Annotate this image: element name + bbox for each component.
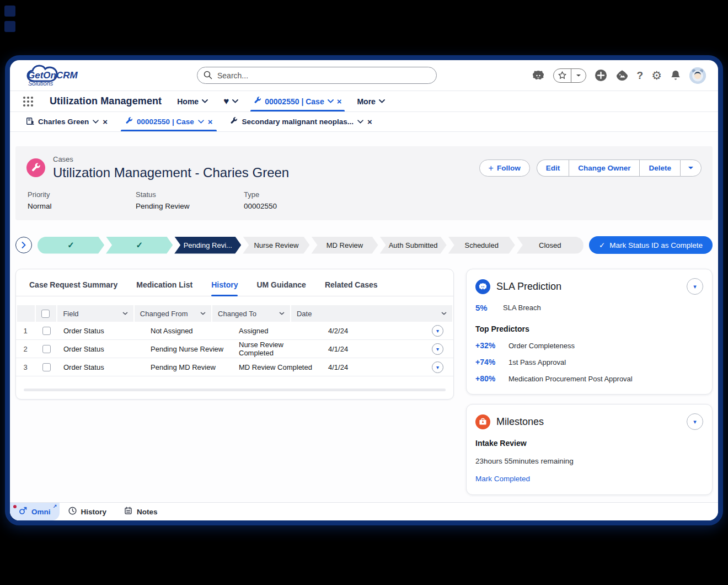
record-detail-card: Case Request Summary Medication List His…: [15, 269, 454, 400]
global-search: [197, 67, 437, 84]
tab-case-request-summary[interactable]: Case Request Summary: [29, 277, 117, 296]
einstein-assistant-icon[interactable]: [532, 68, 545, 83]
column-header-changed-from[interactable]: Changed From: [133, 305, 211, 322]
utility-omni[interactable]: Omni ↗: [10, 503, 60, 520]
mark-status-complete-button[interactable]: ✓ Mark Status ID as Complete: [589, 236, 713, 254]
path-stage-pending-review[interactable]: Pending Revi...: [174, 237, 241, 254]
favorite-star-icon[interactable]: [554, 69, 571, 82]
check-icon: ✓: [136, 240, 143, 250]
caret-down-icon: [688, 166, 694, 170]
path-stage-auth-submitted[interactable]: Auth Submitted: [380, 237, 447, 254]
favorites-dropdown-icon[interactable]: [571, 69, 586, 82]
setup-gear-icon[interactable]: ⚙: [651, 68, 662, 83]
path-stage-closed[interactable]: Closed: [517, 237, 584, 254]
logo-cloud-icon: GetOnCRM Solutions: [22, 62, 87, 89]
global-header: GetOnCRM Solutions: [10, 60, 718, 91]
record-actions: + Follow Edit Change Owner Delete: [479, 159, 702, 177]
getoncrm-logo: GetOnCRM Solutions: [22, 62, 135, 89]
close-subtab-icon[interactable]: ×: [367, 118, 372, 126]
utility-history[interactable]: History: [60, 503, 116, 520]
path-stage-md-review[interactable]: MD Review: [311, 237, 378, 254]
sla-score-label: SLA Breach: [503, 304, 541, 312]
column-header-field[interactable]: Field: [56, 305, 133, 322]
nav-tab-favorites[interactable]: ♥: [223, 91, 238, 111]
user-avatar[interactable]: [689, 67, 706, 84]
collapse-card-button[interactable]: ▾: [687, 413, 703, 430]
subtab-diagnosis[interactable]: Secondary malignant neoplas... ×: [221, 112, 381, 131]
change-owner-button[interactable]: Change Owner: [569, 159, 639, 177]
path-stages: ✓ ✓ Pending Revi... Nurse Review MD Revi…: [38, 237, 584, 254]
entity-label: Cases: [53, 155, 289, 163]
milestone-briefcase-icon: [475, 414, 490, 429]
mark-completed-link[interactable]: Mark Completed: [475, 475, 530, 483]
subtab-contact[interactable]: Charles Green ×: [18, 112, 116, 131]
subtab-case-active[interactable]: 00002550 | Case ×: [116, 112, 221, 131]
table-row: 3 Order Status Pending MD Review MD Revi…: [16, 358, 453, 376]
utility-bar: Omni ↗ History Notes: [10, 502, 718, 520]
horizontal-scrollbar[interactable]: [24, 389, 446, 391]
wrench-icon: [254, 97, 261, 106]
notifications-bell-icon[interactable]: [670, 68, 681, 83]
row-checkbox[interactable]: [35, 327, 58, 335]
milestone-time-remaining: 23hours 55minutes remaining: [475, 457, 703, 465]
tab-history[interactable]: History: [211, 277, 238, 296]
row-actions-dropdown[interactable]: ▾: [432, 343, 443, 355]
row-checkbox[interactable]: [35, 345, 58, 353]
utility-notes[interactable]: Notes: [115, 503, 167, 520]
row-actions-dropdown[interactable]: ▾: [432, 361, 443, 373]
record-action-group: Edit Change Owner Delete: [537, 159, 702, 177]
follow-button[interactable]: + Follow: [479, 159, 530, 177]
app-nav-bar: Utilization Management Home ♥ 00002550 |…: [10, 91, 718, 112]
select-all-checkbox[interactable]: [35, 305, 56, 322]
path-stage-nurse-review[interactable]: Nurse Review: [243, 237, 309, 254]
path-stage-scheduled[interactable]: Scheduled: [448, 237, 515, 254]
column-header-date[interactable]: Date: [290, 305, 452, 322]
app-title: Utilization Management: [50, 95, 162, 107]
search-input[interactable]: [197, 67, 437, 84]
predictor-row: +32% Order Completeness: [475, 341, 703, 350]
milestones-card: Milestones ▾ Intake Review 23hours 55min…: [466, 404, 713, 495]
trailhead-guidance-icon[interactable]: [615, 68, 629, 83]
logo-text: GetOnCRM: [28, 70, 78, 81]
tab-medication-list[interactable]: Medication List: [136, 277, 192, 296]
help-icon[interactable]: ?: [637, 68, 644, 83]
sla-score-value: 5%: [475, 303, 503, 312]
path-stage-complete-1[interactable]: ✓: [38, 237, 104, 254]
case-entity-icon: [26, 158, 45, 177]
top-predictors-heading: Top Predictors: [475, 325, 703, 333]
global-actions-add-icon[interactable]: [595, 68, 607, 83]
nav-tab-case-active[interactable]: 00002550 | Case ×: [254, 91, 341, 111]
sla-card-title: SLA Prediction: [496, 281, 561, 292]
column-header-changed-to[interactable]: Changed To: [211, 305, 290, 322]
popout-arrow-icon: ↗: [53, 503, 57, 509]
table-row: 1 Order Status Not Assigned Assigned 4/2…: [16, 322, 453, 340]
favorites-control: [553, 68, 586, 83]
field-status: Status Pending Review: [136, 190, 244, 210]
field-priority: Priority Normal: [28, 190, 136, 210]
check-icon: ✓: [599, 241, 605, 249]
delete-button[interactable]: Delete: [639, 159, 680, 177]
collapse-card-button[interactable]: ▾: [687, 278, 703, 295]
nav-tab-home[interactable]: Home: [177, 91, 208, 111]
plus-icon: +: [489, 163, 494, 173]
path-scroll-button[interactable]: [15, 237, 32, 253]
record-page-body: Cases Utilization Management - Charies G…: [10, 132, 718, 502]
more-actions-dropdown-button[interactable]: [680, 159, 702, 177]
table-row: 2 Order Status Pending Nurse Review Nurs…: [16, 340, 453, 358]
app-launcher-icon[interactable]: [22, 95, 34, 108]
wrench-icon: [125, 117, 133, 126]
edit-button[interactable]: Edit: [537, 159, 569, 177]
desktop-decor-square: [4, 6, 15, 17]
workspace-subtabs: Charles Green × 00002550 | Case × Second…: [10, 112, 718, 132]
tab-related-cases[interactable]: Related Cases: [325, 277, 378, 296]
path-stage-complete-2[interactable]: ✓: [106, 237, 173, 254]
tab-um-guidance[interactable]: UM Guidance: [256, 277, 306, 296]
sla-prediction-card: SLA Prediction ▾ 5% SLA Breach Top Predi…: [466, 269, 713, 395]
close-tab-icon[interactable]: ×: [337, 97, 342, 105]
close-subtab-icon[interactable]: ×: [103, 118, 108, 126]
screenshot-canvas: GetOnCRM Solutions: [0, 0, 728, 585]
close-subtab-icon[interactable]: ×: [208, 118, 213, 126]
nav-more-menu[interactable]: More: [357, 91, 384, 111]
row-actions-dropdown[interactable]: ▾: [432, 325, 443, 337]
row-checkbox[interactable]: [35, 363, 58, 371]
